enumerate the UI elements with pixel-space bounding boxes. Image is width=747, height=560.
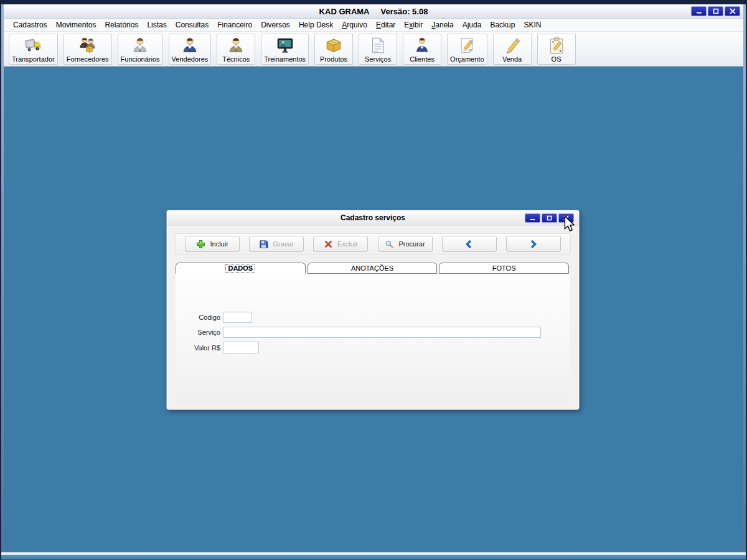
menu-item-financeiro[interactable]: Financeiro xyxy=(213,19,256,30)
menu-item-cadastros[interactable]: Cadastros xyxy=(9,19,52,30)
dialog-button-label: Gravar xyxy=(273,240,294,248)
toolbar-button-treinamentos[interactable]: Treinamentos xyxy=(261,34,309,65)
menu-item-ajuda[interactable]: Ajuda xyxy=(458,19,486,30)
dialog-button-procurar[interactable]: Procurar xyxy=(378,236,433,252)
client-icon xyxy=(413,36,431,55)
codigo-input[interactable] xyxy=(223,312,252,323)
toolbar-button-label: Transportador xyxy=(12,55,55,63)
window-right-border xyxy=(743,4,746,552)
minimize-button[interactable] xyxy=(691,6,707,16)
toolbar-button-label: Produtos xyxy=(320,55,347,63)
maximize-icon xyxy=(713,8,719,14)
menu-item-arquivo[interactable]: Arquivo xyxy=(337,19,372,30)
training-icon xyxy=(276,36,294,55)
menu-item-exibir[interactable]: Exibir xyxy=(400,19,427,30)
servico-input[interactable] xyxy=(223,327,541,338)
previous-record-button[interactable] xyxy=(442,236,497,252)
toolbar-button-funcionarios[interactable]: Funcionários xyxy=(118,34,163,65)
window-bottom-border xyxy=(1,552,746,560)
toolbar-button-fornecedores[interactable]: Fornecedores xyxy=(63,34,112,65)
dialog-maximize-button[interactable] xyxy=(542,213,557,223)
employee-icon xyxy=(131,36,149,55)
toolbar-button-label: Venda xyxy=(502,55,522,63)
quote-note-icon xyxy=(458,36,476,55)
dialog-form: CodigoServiçoValor R$ xyxy=(176,274,570,353)
mouse-cursor xyxy=(564,215,575,235)
dialog-minimize-button[interactable] xyxy=(525,213,540,223)
menu-item-help-desk[interactable]: Help Desk xyxy=(294,19,337,30)
toolbar-button-label: Serviços xyxy=(365,55,391,63)
tab-fotos[interactable]: FOTOS xyxy=(439,263,569,274)
form-row-valor-r: Valor R$ xyxy=(176,342,570,353)
toolbar-button-clientes[interactable]: Clientes xyxy=(403,34,441,65)
toolbar-button-tecnicos[interactable]: Técnicos xyxy=(217,34,255,65)
truck-icon xyxy=(24,36,42,55)
search-icon xyxy=(385,240,394,249)
form-row-servico: Serviço xyxy=(176,327,570,338)
close-button[interactable] xyxy=(725,6,740,16)
close-icon xyxy=(730,8,736,14)
product-box-icon xyxy=(324,36,343,55)
menu-item-backup[interactable]: Backup xyxy=(486,19,519,30)
suppliers-icon xyxy=(78,36,97,55)
tab-label: FOTOS xyxy=(492,264,516,272)
menu-item-relatorios[interactable]: Relatórios xyxy=(100,19,143,30)
tab-label: DADOS xyxy=(226,264,255,272)
chevron-right-icon xyxy=(529,240,538,249)
field-label: Codigo xyxy=(176,314,220,321)
app-version: Versão: 5.08 xyxy=(381,7,428,16)
dialog-button-incluir[interactable]: Incluir xyxy=(185,236,240,252)
dialog-titlebar[interactable]: Cadastro serviços xyxy=(167,210,579,226)
toolbar-button-servicos[interactable]: Serviços xyxy=(359,34,397,65)
cadastro-servicos-dialog: Cadastro serviços IncluirGravarExcluirPr… xyxy=(166,210,580,410)
dialog-tabs: DADOSANOTAÇÕESFOTOS xyxy=(176,263,569,274)
field-label: Valor R$ xyxy=(176,344,220,352)
menubar: CadastrosMovimentosRelatóriosListasConsu… xyxy=(4,19,743,32)
menu-item-janela[interactable]: Janela xyxy=(427,19,458,30)
sale-pencil-icon xyxy=(503,36,522,55)
work-order-icon xyxy=(547,36,566,55)
toolbar-button-os[interactable]: OS xyxy=(537,34,576,65)
menu-item-listas[interactable]: Listas xyxy=(143,19,171,30)
field-label: Serviço xyxy=(176,329,220,336)
toolbar-button-label: Vendedores xyxy=(172,55,209,63)
toolbar-button-transportador[interactable]: Transportador xyxy=(9,34,58,65)
minimize-icon xyxy=(530,215,535,221)
menu-item-editar[interactable]: Editar xyxy=(372,19,400,30)
technician-icon xyxy=(227,36,245,55)
app-title: KAD GRAMA xyxy=(319,7,370,16)
save-floppy-icon xyxy=(259,240,268,249)
tab-anotacoes[interactable]: ANOTAÇÕES xyxy=(308,263,438,274)
toolbar-button-label: Treinamentos xyxy=(264,55,306,63)
dialog-title: Cadastro serviços xyxy=(341,213,405,222)
maximize-button[interactable] xyxy=(708,6,723,16)
next-record-button[interactable] xyxy=(506,236,561,252)
toolbar-button-label: Fornecedores xyxy=(67,55,109,63)
toolbar-button-label: Funcionários xyxy=(121,55,160,63)
dialog-button-label: Incluir xyxy=(210,240,228,248)
toolbar-button-label: Técnicos xyxy=(222,55,250,63)
valor-r-input[interactable] xyxy=(223,342,259,353)
menu-item-consultas[interactable]: Consultas xyxy=(171,19,213,30)
toolbar-button-label: OS xyxy=(552,55,561,63)
toolbar-button-label: Orçamento xyxy=(450,55,484,63)
dialog-tab-content: CodigoServiçoValor R$ xyxy=(176,274,570,404)
main-titlebar[interactable]: KAD GRAMA Versão: 5.08 xyxy=(4,4,743,19)
delete-x-icon xyxy=(324,240,333,249)
tab-dados[interactable]: DADOS xyxy=(176,263,306,274)
tab-label: ANOTAÇÕES xyxy=(351,264,393,272)
toolbar-button-label: Clientes xyxy=(410,55,435,63)
toolbar-button-orcamento[interactable]: Orçamento xyxy=(447,34,487,65)
menu-item-diversos[interactable]: Diversos xyxy=(256,19,294,30)
toolbar-button-vendedores[interactable]: Vendedores xyxy=(169,34,212,65)
dialog-button-excluir[interactable]: Excluir xyxy=(313,236,368,252)
chevron-left-icon xyxy=(464,240,474,249)
plus-icon xyxy=(196,240,205,249)
dialog-button-label: Excluir xyxy=(337,240,358,248)
toolbar-button-venda[interactable]: Venda xyxy=(493,34,532,65)
minimize-icon xyxy=(696,8,702,14)
toolbar-button-produtos[interactable]: Produtos xyxy=(314,34,353,65)
menu-item-movimentos[interactable]: Movimentos xyxy=(52,19,101,30)
menu-item-skin[interactable]: SKIN xyxy=(519,19,545,30)
dialog-button-gravar[interactable]: Gravar xyxy=(249,236,304,252)
